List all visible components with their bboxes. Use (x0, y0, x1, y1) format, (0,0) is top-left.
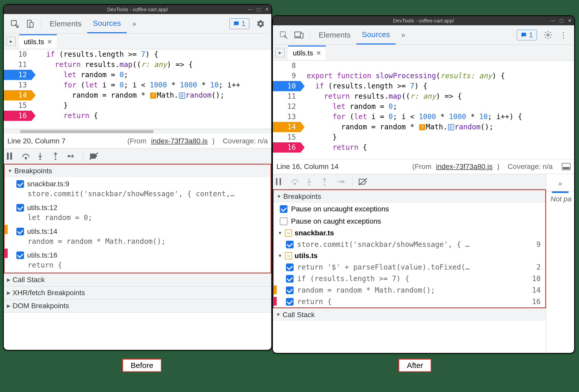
close-window-icon[interactable]: ✕ (265, 7, 269, 12)
line-number[interactable]: 12 (273, 101, 300, 112)
minimize-icon[interactable]: — (551, 18, 555, 24)
line-number[interactable]: 11 (273, 91, 300, 101)
file-tab[interactable]: utils.ts ✕ (288, 45, 326, 60)
device-toggle-icon[interactable] (293, 29, 305, 41)
code-line[interactable]: } (31, 100, 271, 111)
settings-gear-icon[interactable] (542, 29, 554, 41)
code-line[interactable]: return { (31, 111, 271, 121)
breakpoint-item[interactable]: random = random * Math.random();14 (274, 284, 545, 296)
issues-button[interactable]: 1 (517, 30, 537, 40)
pause-icon[interactable] (6, 153, 16, 160)
code-line[interactable]: export function slowProcessing(results: … (300, 71, 574, 81)
line-number[interactable]: 15 (4, 100, 31, 111)
checkbox-checked-icon[interactable] (16, 204, 24, 212)
tab-elements[interactable]: Elements (44, 14, 87, 33)
step-over-icon[interactable] (291, 178, 300, 185)
breakpoint-item[interactable]: store.commit('snackbar/showMessage', { …… (274, 239, 545, 250)
checkbox-checked-icon[interactable] (286, 275, 294, 283)
step-into-icon[interactable] (306, 178, 315, 186)
pause-icon[interactable] (275, 178, 285, 185)
dock-icon[interactable] (562, 163, 571, 170)
settings-gear-icon[interactable] (254, 18, 267, 30)
line-number[interactable]: ?14 (273, 122, 300, 132)
from-file-link[interactable]: index-73f73a80.js (151, 137, 208, 145)
device-toggle-icon[interactable] (24, 18, 36, 30)
step-over-icon[interactable] (22, 153, 31, 160)
line-number[interactable]: 13 (4, 80, 31, 90)
line-number[interactable]: 12 (4, 70, 31, 80)
kebab-menu-icon[interactable]: ⋮ (557, 29, 570, 41)
code-line[interactable]: return results.map((r: any) => { (31, 60, 271, 70)
maximize-icon[interactable]: ▢ (257, 7, 261, 12)
xhr-breakpoints-header[interactable]: ▶XHR/fetch Breakpoints (4, 286, 271, 299)
tab-sources[interactable]: Sources (87, 14, 127, 33)
inspect-icon[interactable] (8, 18, 21, 30)
checkbox-empty-icon[interactable] (280, 217, 287, 225)
pause-caught-row[interactable]: Pause on caught exceptions (274, 215, 545, 227)
code-line[interactable]: if (results.length >= 7) { (300, 81, 574, 91)
breakpoint-item[interactable]: snackbar.ts:9store.commit('snackbar/show… (5, 177, 271, 201)
breakpoint-item[interactable]: utils.ts:12let random = 0; (5, 201, 271, 225)
code-line[interactable]: for (let i = 0; i < 1000 * 1000 * 10; i+… (300, 112, 574, 122)
close-tab-icon[interactable]: ✕ (47, 38, 52, 45)
line-number[interactable]: 10 (273, 81, 300, 91)
navigator-toggle-icon[interactable]: ▶ (6, 37, 16, 46)
code-line[interactable]: return { (300, 142, 574, 153)
step-out-icon[interactable] (321, 178, 331, 186)
deactivate-breakpoints-icon[interactable] (359, 178, 368, 185)
step-into-icon[interactable] (37, 152, 46, 160)
line-number[interactable]: 11 (4, 60, 31, 70)
breakpoint-group-header[interactable]: ▼‹›snackbar.ts (274, 227, 545, 239)
line-number[interactable]: ••16 (4, 111, 31, 121)
breakpoint-item[interactable]: utils.ts:14random = random * Math.random… (5, 225, 271, 249)
from-file-link[interactable]: index-73f73a80.js (436, 163, 493, 171)
code-line[interactable]: let random = 0; (300, 101, 574, 112)
navigator-toggle-icon[interactable]: ▶ (275, 48, 285, 57)
code-line[interactable]: return results.map((r: any) => { (300, 91, 574, 101)
code-line[interactable]: random = random * ?Math.Drandom(); (300, 122, 574, 132)
code-line[interactable]: } (300, 132, 574, 142)
line-number[interactable]: ••16 (273, 142, 300, 153)
breakpoint-group-header[interactable]: ▼‹›utils.ts (274, 250, 545, 261)
more-tabs-icon[interactable]: » (128, 18, 140, 30)
more-panes-icon[interactable]: » (546, 176, 574, 191)
breakpoints-header[interactable]: ▼ Breakpoints (5, 165, 271, 177)
checkbox-checked-icon[interactable] (16, 180, 24, 188)
more-tabs-icon[interactable]: » (397, 29, 409, 41)
checkbox-checked-icon[interactable] (280, 205, 287, 213)
dom-breakpoints-header[interactable]: ▶DOM Breakpoints (4, 299, 271, 312)
line-number[interactable]: 9 (273, 71, 300, 81)
tab-sources[interactable]: Sources (356, 25, 396, 44)
line-number[interactable]: 13 (273, 112, 300, 122)
line-number[interactable]: 10 (4, 49, 31, 60)
checkbox-checked-icon[interactable] (286, 286, 294, 294)
code-editor[interactable]: 8910111213?1415••16 export function slow… (273, 61, 574, 159)
tab-elements[interactable]: Elements (313, 25, 356, 44)
line-number[interactable]: 15 (273, 132, 300, 142)
callstack-header[interactable]: ▼Call Stack (273, 308, 546, 321)
code-line[interactable]: random = random * ?Math.Drandom(); (31, 90, 271, 100)
code-line[interactable]: if (results.length >= 7) { (31, 49, 271, 60)
checkbox-checked-icon[interactable] (16, 251, 24, 259)
pause-uncaught-row[interactable]: Pause on uncaught exceptions (274, 203, 545, 215)
inspect-icon[interactable] (277, 29, 290, 41)
close-tab-icon[interactable]: ✕ (316, 50, 321, 57)
breakpoint-item[interactable]: utils.ts:16return { (5, 249, 271, 272)
code-editor[interactable]: 10111213?1415••16 if (results.length >= … (4, 49, 271, 129)
callstack-header[interactable]: ▶Call Stack (4, 273, 271, 286)
code-line[interactable] (300, 61, 574, 71)
line-number[interactable]: 8 (273, 61, 300, 71)
deactivate-breakpoints-icon[interactable] (90, 153, 99, 160)
step-icon[interactable] (337, 179, 346, 185)
breakpoint-item[interactable]: return '$' + parseFloat(value).toFixed(…… (274, 261, 545, 273)
breakpoint-item[interactable]: return {16 (274, 296, 545, 307)
code-line[interactable]: let random = 0; (31, 70, 271, 80)
breakpoints-header[interactable]: ▼ Breakpoints (274, 190, 545, 203)
line-number[interactable]: ?14 (4, 90, 31, 100)
step-out-icon[interactable] (52, 152, 62, 160)
close-window-icon[interactable]: ✕ (568, 18, 572, 24)
code-line[interactable]: for (let i = 0; i < 1000 * 1000 * 10; i+… (31, 80, 271, 90)
checkbox-checked-icon[interactable] (286, 298, 294, 306)
checkbox-checked-icon[interactable] (286, 241, 294, 248)
file-tab[interactable]: utils.ts ✕ (19, 34, 57, 49)
